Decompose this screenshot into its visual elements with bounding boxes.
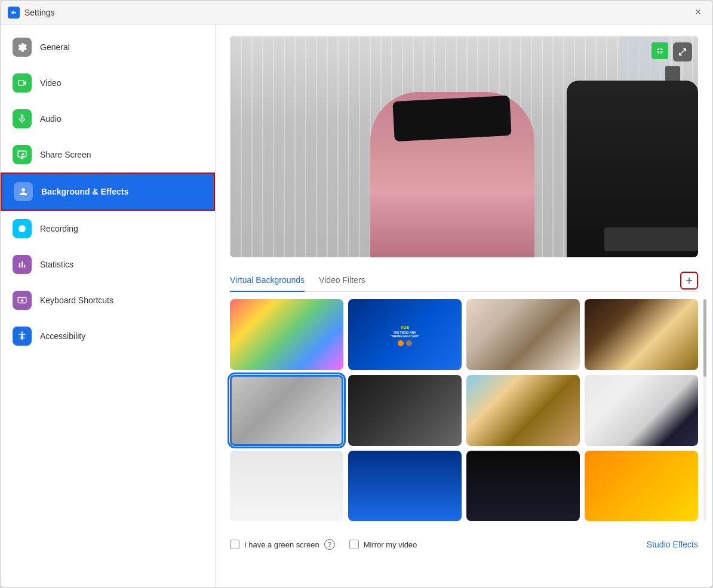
scrollbar-track[interactable] (703, 299, 706, 521)
exit-fullscreen-icon (655, 46, 665, 56)
sidebar-label-keyboard-shortcuts: Keyboard Shortcuts (40, 295, 113, 305)
sidebar-item-background-effects[interactable]: Background & Effects (1, 173, 215, 211)
background-effects-icon (14, 182, 33, 201)
mirror-video-checkbox[interactable] (349, 540, 359, 549)
bottom-row: I have a green screen ? Mirror my video … (230, 533, 698, 550)
background-item-studio[interactable] (348, 375, 462, 446)
recording-svg (17, 223, 27, 234)
accessibility-svg (17, 331, 27, 341)
tab-video-filters[interactable]: Video Filters (319, 269, 365, 292)
zoom-logo-icon (10, 8, 18, 17)
background-item-modern[interactable] (585, 375, 698, 446)
background-item-colorful[interactable] (230, 299, 343, 370)
promo-text: NOI TIENG ANH"NHANH NHU CHOI" (391, 331, 420, 338)
sidebar-item-general[interactable]: General (1, 29, 215, 65)
scrollbar-thumb (703, 299, 706, 377)
sidebar-item-recording[interactable]: Recording (1, 211, 215, 247)
video-preview (230, 36, 698, 257)
sidebar: General Video Audio (1, 24, 216, 587)
sidebar-label-accessibility: Accessibility (40, 331, 85, 341)
keyboard-shortcuts-icon (13, 291, 32, 310)
green-screen-label: I have a green screen (244, 540, 319, 549)
background-item-office-selected[interactable] (230, 375, 343, 446)
help-icon[interactable]: ? (324, 539, 335, 550)
background-item-living2[interactable] (466, 375, 580, 446)
expand-icon (678, 47, 687, 57)
share-screen-icon (13, 145, 32, 164)
title-bar: Settings × (1, 1, 712, 24)
share-svg (17, 149, 27, 160)
accessibility-icon (13, 327, 32, 346)
add-background-button[interactable]: + (680, 272, 698, 290)
tabs-header: Virtual Backgrounds Video Filters + (230, 269, 698, 292)
background-item-partial1[interactable] (230, 451, 343, 522)
keyboard-svg (17, 295, 27, 306)
sidebar-item-accessibility[interactable]: Accessibility (1, 318, 215, 354)
sidebar-label-background-effects: Background & Effects (41, 187, 128, 196)
green-screen-checkbox[interactable] (230, 540, 239, 549)
background-item-living1[interactable] (466, 299, 580, 370)
question-mark: ? (328, 541, 331, 548)
laptop-element (393, 96, 512, 141)
green-screen-group: I have a green screen ? (230, 539, 335, 550)
bg-svg (18, 186, 29, 197)
tab-virtual-backgrounds[interactable]: Virtual Backgrounds (230, 269, 305, 292)
audio-icon (13, 109, 32, 128)
backgrounds-grid: VUS NOI TIENG ANH"NHANH NHU CHOI" (230, 299, 698, 521)
tabs-section: Virtual Backgrounds Video Filters + VUS … (230, 269, 698, 521)
green-icon (651, 42, 668, 59)
sidebar-item-share-screen[interactable]: Share Screen (1, 137, 215, 173)
circle-orange (398, 340, 404, 346)
audio-svg (17, 113, 27, 124)
background-item-dining[interactable] (585, 299, 698, 370)
stats-svg (17, 259, 27, 270)
video-svg (17, 78, 27, 88)
background-item-blue-promo[interactable]: VUS NOI TIENG ANH"NHANH NHU CHOI" (348, 299, 462, 370)
background-item-partial3[interactable] (466, 451, 580, 522)
settings-window: Settings × General Vid (0, 0, 713, 588)
gear-icon (13, 38, 32, 57)
keyboard-element (604, 227, 698, 251)
video-scene (230, 36, 698, 257)
promo-logo-text: VUS (401, 323, 409, 331)
sidebar-item-statistics[interactable]: Statistics (1, 247, 215, 282)
svg-point-2 (21, 332, 23, 334)
mirror-video-group: Mirror my video (349, 540, 417, 549)
circle-orange2 (406, 340, 412, 346)
sidebar-item-video[interactable]: Video (1, 65, 215, 101)
promo-circles (398, 340, 412, 346)
expand-button[interactable] (673, 42, 692, 61)
recording-icon (13, 219, 32, 238)
video-icon (13, 73, 32, 93)
sidebar-label-recording: Recording (40, 224, 78, 233)
sidebar-label-general: General (40, 42, 70, 52)
sidebar-label-video: Video (40, 78, 62, 88)
content-area: General Video Audio (1, 24, 712, 587)
window-title: Settings (24, 8, 686, 17)
sidebar-label-share-screen: Share Screen (40, 150, 91, 159)
gear-svg (17, 42, 27, 53)
background-item-partial4[interactable] (585, 451, 698, 522)
sidebar-label-audio: Audio (40, 114, 62, 124)
stats-icon (13, 255, 32, 274)
app-icon (8, 7, 20, 19)
close-button[interactable]: × (691, 5, 705, 20)
main-panel: Virtual Backgrounds Video Filters + VUS … (216, 24, 712, 587)
sidebar-label-statistics: Statistics (40, 260, 73, 269)
plus-icon: + (686, 275, 693, 287)
sidebar-item-keyboard-shortcuts[interactable]: Keyboard Shortcuts (1, 282, 215, 318)
svg-point-1 (19, 225, 26, 232)
studio-effects-button[interactable]: Studio Effects (647, 540, 698, 549)
background-item-partial2[interactable] (348, 451, 462, 522)
mirror-video-label: Mirror my video (364, 540, 417, 549)
backgrounds-container: VUS NOI TIENG ANH"NHANH NHU CHOI" (230, 299, 698, 521)
sidebar-item-audio[interactable]: Audio (1, 101, 215, 137)
